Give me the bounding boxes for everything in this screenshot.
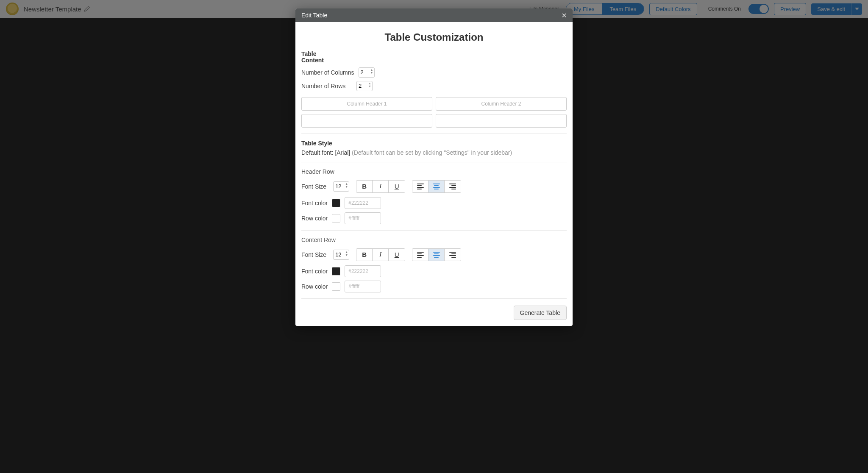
content-font-color-input[interactable] — [345, 265, 381, 277]
header-row-color-label: Row color — [301, 215, 328, 222]
divider — [301, 162, 567, 162]
content-align-center-button[interactable] — [428, 249, 445, 261]
header-font-size-input[interactable] — [333, 181, 349, 192]
content-row-color-input[interactable] — [345, 281, 381, 292]
default-font-prefix: Default font: [Arial] — [301, 149, 352, 156]
header-style-group: B I U — [356, 180, 405, 193]
header-font-color-label: Font color — [301, 200, 328, 206]
divider — [301, 298, 567, 299]
table-style-heading: Table Style — [301, 140, 567, 147]
num-columns-label: Number of Columns — [301, 69, 354, 76]
header-font-color-input[interactable] — [345, 197, 381, 209]
content-row-color-label: Row color — [301, 283, 328, 290]
header-align-group — [412, 180, 461, 193]
column-header-1-input[interactable] — [301, 97, 432, 111]
header-font-size-label: Font Size — [301, 183, 326, 190]
align-center-icon — [433, 251, 440, 259]
close-icon[interactable]: × — [562, 12, 567, 18]
header-row-heading: Header Row — [301, 168, 567, 175]
header-align-center-button[interactable] — [428, 181, 445, 192]
modal-header-title: Edit Table — [301, 12, 327, 19]
content-font-size-input[interactable] — [333, 250, 349, 260]
content-align-left-button[interactable] — [412, 249, 428, 261]
content-align-group — [412, 248, 461, 261]
modal-footer: Generate Table — [295, 301, 573, 326]
header-align-right-button[interactable] — [445, 181, 461, 192]
content-font-color-label: Font color — [301, 268, 328, 275]
header-align-left-button[interactable] — [412, 181, 428, 192]
num-rows-input[interactable] — [356, 81, 373, 91]
divider — [301, 134, 567, 134]
content-italic-button[interactable]: I — [373, 249, 389, 261]
align-center-icon — [433, 183, 440, 190]
header-row-color-swatch[interactable] — [332, 214, 340, 223]
content-row-color-swatch[interactable] — [332, 282, 340, 291]
content-row-heading: Content Row — [301, 236, 567, 243]
header-italic-button[interactable]: I — [373, 181, 389, 192]
header-underline-button[interactable]: U — [389, 181, 405, 192]
header-font-color-swatch[interactable] — [332, 199, 340, 207]
cell-r1-c1-input[interactable] — [301, 114, 432, 128]
table-cells-grid — [301, 97, 567, 128]
header-bold-button[interactable]: B — [356, 181, 373, 192]
header-row-color-input[interactable] — [345, 212, 381, 224]
content-bold-button[interactable]: B — [356, 249, 373, 261]
content-font-size-label: Font Size — [301, 251, 326, 258]
content-underline-button[interactable]: U — [389, 249, 405, 261]
content-align-right-button[interactable] — [445, 249, 461, 261]
align-left-icon — [417, 183, 424, 190]
default-font-line: Default font: [Arial] (Default font can … — [301, 149, 567, 156]
align-right-icon — [449, 183, 456, 190]
cell-r1-c2-input[interactable] — [436, 114, 567, 128]
edit-table-modal: Edit Table × Table Customization Table C… — [295, 8, 573, 326]
content-style-group: B I U — [356, 248, 405, 261]
table-content-heading: Table Content — [301, 51, 327, 64]
content-font-color-swatch[interactable] — [332, 267, 340, 275]
align-left-icon — [417, 251, 424, 259]
num-columns-input[interactable] — [359, 67, 375, 78]
column-header-2-input[interactable] — [436, 97, 567, 111]
num-rows-label: Number of Rows — [301, 83, 352, 89]
align-right-icon — [449, 251, 456, 259]
generate-table-button[interactable]: Generate Table — [514, 306, 567, 320]
default-font-hint: (Default font can be set by clicking "Se… — [352, 149, 512, 156]
divider — [301, 230, 567, 231]
modal-title: Table Customization — [301, 31, 567, 43]
modal-header: Edit Table × — [295, 8, 573, 22]
